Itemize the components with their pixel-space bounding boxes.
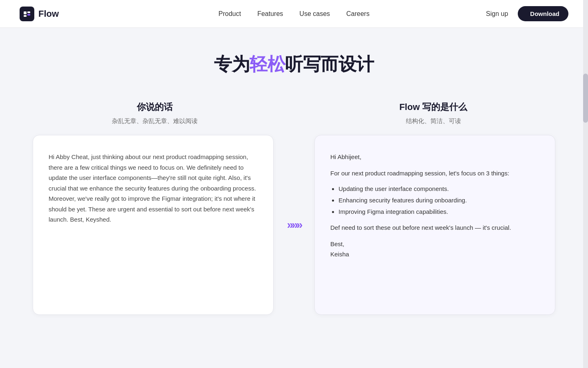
right-card-bullet-1: Updating the user interface components. (339, 184, 539, 194)
right-card-bullet-list: Updating the user interface components. … (330, 184, 539, 217)
nav-links: Product Features Use cases Careers (218, 10, 370, 18)
right-card-intro: For our next product roadmapping session… (330, 168, 539, 179)
navbar: Flow Product Features Use cases Careers … (0, 0, 588, 28)
left-col-subtitle: 杂乱无章、杂乱无章、难以阅读 (41, 117, 269, 125)
download-button[interactable]: Download (518, 6, 568, 21)
svg-rect-2 (27, 14, 30, 16)
right-col-subtitle: 结构化、简洁、可读 (319, 117, 547, 125)
arrow-center: »»» (278, 218, 310, 231)
left-card: Hi Abby Cheat, just thinking about our n… (33, 135, 274, 315)
left-col-title: 你说的话 (41, 101, 269, 113)
logo[interactable]: Flow (20, 7, 59, 21)
left-card-text: Hi Abby Cheat, just thinking about our n… (49, 152, 258, 225)
hero-title: 专为轻松听写而设计 (33, 52, 555, 76)
nav-features[interactable]: Features (257, 10, 283, 18)
download-label: Download (530, 10, 559, 17)
right-col-title: Flow 写的是什么 (319, 101, 547, 113)
scrollbar[interactable] (583, 0, 588, 368)
double-chevron-icon: »»» (287, 218, 301, 231)
hero-title-highlight: 轻松 (249, 54, 285, 74)
hero-title-part3: 而设计 (321, 54, 374, 74)
right-card-bullet-2: Enhancing security features during onboa… (339, 195, 539, 205)
right-card-closing: Def need to sort these out before next w… (330, 222, 539, 233)
right-column-header: Flow 写的是什么 结构化、简洁、可读 (319, 101, 547, 125)
svg-rect-1 (27, 11, 30, 13)
right-card-greeting: Hi Abhijeet, (330, 152, 539, 162)
signup-link[interactable]: Sign up (486, 10, 508, 18)
nav-product[interactable]: Product (218, 10, 241, 18)
left-card-paragraph: Hi Abby Cheat, just thinking about our n… (49, 152, 258, 225)
columns-header: 你说的话 杂乱无章、杂乱无章、难以阅读 Flow 写的是什么 结构化、简洁、可读 (33, 101, 555, 125)
nav-use-cases[interactable]: Use cases (299, 10, 330, 18)
right-card-text: Hi Abhijeet, For our next product roadma… (330, 152, 539, 260)
cards-row: Hi Abby Cheat, just thinking about our n… (33, 135, 555, 315)
left-column-header: 你说的话 杂乱无章、杂乱无章、难以阅读 (41, 101, 269, 125)
main-content: 专为轻松听写而设计 你说的话 杂乱无章、杂乱无章、难以阅读 Flow 写的是什么… (0, 28, 588, 339)
right-card-bullet-3: Improving Figma integration capabilities… (339, 207, 539, 217)
logo-icon (20, 7, 34, 21)
nav-careers[interactable]: Careers (346, 10, 370, 18)
svg-rect-0 (24, 11, 27, 14)
right-card-signoff: Best, Keisha (330, 239, 539, 260)
nav-actions: Sign up Download (486, 6, 568, 21)
hero-title-part2: 听写 (285, 54, 321, 74)
right-card: Hi Abhijeet, For our next product roadma… (314, 135, 555, 315)
hero-title-part1: 专为 (214, 54, 249, 74)
scrollbar-thumb[interactable] (583, 74, 588, 123)
logo-text: Flow (38, 9, 59, 19)
svg-rect-3 (24, 15, 27, 17)
